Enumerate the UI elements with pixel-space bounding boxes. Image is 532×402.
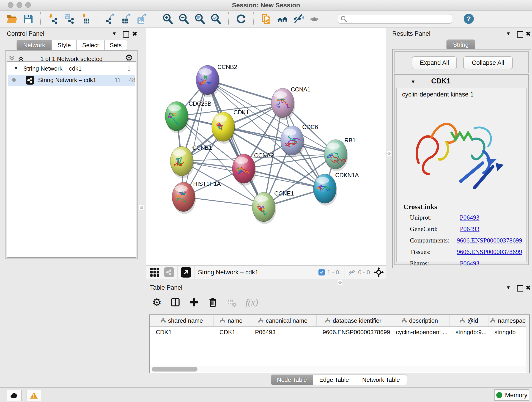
results-panel-close-button[interactable]: ✖ xyxy=(526,31,531,37)
left-splitter-handle[interactable] xyxy=(139,205,144,211)
results-panel-menu-icon[interactable]: ▼ xyxy=(506,31,511,37)
zoom-fit-button[interactable] xyxy=(193,12,206,26)
zoom-selected-button[interactable] xyxy=(209,12,222,26)
crosslink-link[interactable]: P06493 xyxy=(460,214,480,221)
tab-select[interactable]: Select xyxy=(76,40,104,51)
open-in-window-button[interactable] xyxy=(181,267,191,278)
network-node-CCNA1[interactable]: CCNA1 xyxy=(271,86,310,120)
export-image-button[interactable] xyxy=(136,12,149,26)
control-panel-menu-icon[interactable]: ▼ xyxy=(112,31,117,37)
collapse-all-button[interactable]: Collapse All xyxy=(463,56,513,69)
export-network-button[interactable] xyxy=(104,12,117,26)
network-node-HIST1H1A[interactable]: HIST1H1A xyxy=(172,180,221,214)
network-node-CCNB2[interactable]: CCNB2 xyxy=(196,64,237,97)
table-cell[interactable]: CDK1 xyxy=(150,329,214,336)
table-vertical-scrollbar[interactable] xyxy=(526,315,529,373)
delete-column-icon[interactable] xyxy=(208,297,218,307)
network-collection-row[interactable]: ▼ String Network – cdk1 1 xyxy=(7,64,136,75)
protein-expander-icon[interactable]: ▼ xyxy=(411,79,416,85)
tab-string[interactable]: String xyxy=(446,39,475,50)
column-header-namespace[interactable]: namespace xyxy=(488,315,530,326)
table-panel-close-button[interactable]: ✖ xyxy=(526,285,531,291)
column-header-shared-name[interactable]: shared name xyxy=(150,315,214,326)
expand-all-button[interactable]: Expand All xyxy=(412,56,457,69)
memory-button[interactable]: Memory xyxy=(494,389,529,401)
crosslink-link[interactable]: 9606.ENSP00000378699 xyxy=(457,248,522,255)
right-splitter-handle[interactable] xyxy=(386,151,392,156)
network-canvas[interactable]: CCNB2CCNA1CDC25BCDK1CDC6RB1CCNB1CCNA2CDK… xyxy=(146,28,386,266)
network-graph[interactable]: CCNB2CCNA1CDC25BCDK1CDC6RB1CCNB1CCNA2CDK… xyxy=(146,28,386,266)
network-node-CCNE1[interactable]: CCNE1 xyxy=(252,190,294,224)
network-row-selected[interactable]: String Network – cdk1 11 48 xyxy=(8,75,135,86)
crosslink-link[interactable]: P06493 xyxy=(460,225,480,233)
selected-node-edge-counts: 1 - 0 xyxy=(327,269,339,276)
selected-checkbox-icon[interactable] xyxy=(318,269,325,275)
crosslink-label: GeneCard: xyxy=(410,225,460,233)
control-panel-float-button[interactable] xyxy=(123,31,129,38)
network-edge[interactable] xyxy=(184,80,208,197)
cloud-status-button[interactable] xyxy=(7,390,22,401)
horizontal-splitter-handle[interactable] xyxy=(337,280,343,285)
table-cell[interactable]: stringdb:9... xyxy=(450,329,488,336)
export-table-button[interactable] xyxy=(120,12,133,26)
results-button-bar: Expand All Collapse All xyxy=(394,51,529,73)
network-edge[interactable] xyxy=(208,80,264,207)
table-horizontal-scrollbar[interactable] xyxy=(150,366,526,372)
table-cell[interactable]: cyclin-dependent ... xyxy=(390,329,450,336)
protein-detail-card: cyclin-dependent kinase 1 xyxy=(396,88,526,262)
table-panel-title: Table Panel xyxy=(150,284,182,291)
column-header-description[interactable]: description xyxy=(390,315,450,326)
birdseye-grid-button[interactable] xyxy=(150,268,159,277)
results-panel-float-button[interactable] xyxy=(517,31,523,38)
refresh-layout-button[interactable] xyxy=(234,12,247,26)
tab-edge-table[interactable]: Edge Table xyxy=(313,375,355,385)
table-row[interactable]: CDK1CDK1P064939606.ENSP00000378699cyclin… xyxy=(150,327,529,337)
clone-network-button[interactable] xyxy=(260,12,273,26)
crosslink-link[interactable]: 9606.ENSP00000378699 xyxy=(457,237,522,244)
hide-selected-button[interactable] xyxy=(292,12,305,26)
show-all-networks-button[interactable] xyxy=(276,12,289,26)
table-panel-menu-icon[interactable]: ▼ xyxy=(506,285,511,291)
help-button[interactable]: ? xyxy=(464,14,474,24)
add-column-icon[interactable] xyxy=(189,297,199,307)
zoom-in-button[interactable] xyxy=(161,12,174,26)
table-cell[interactable]: 9606.ENSP00000378699 xyxy=(317,329,390,336)
tree-expander-icon[interactable]: ▼ xyxy=(14,65,18,71)
table-cell[interactable]: stringdb xyxy=(488,329,530,336)
table-panel-float-button[interactable] xyxy=(517,285,523,292)
scrollbar-thumb[interactable] xyxy=(152,367,197,371)
pan-mode-button[interactable] xyxy=(372,266,385,279)
import-network-database-button[interactable] xyxy=(63,12,76,26)
column-header-canonical-name[interactable]: canonical name xyxy=(249,315,317,326)
zoom-out-button[interactable] xyxy=(177,12,190,26)
network-badge-button[interactable] xyxy=(164,267,174,277)
tab-style[interactable]: Style xyxy=(52,40,76,51)
search-input[interactable] xyxy=(347,15,450,22)
table-cell[interactable]: CDK1 xyxy=(214,329,249,336)
network-node-CCNB1[interactable]: CCNB1 xyxy=(170,144,212,178)
save-session-button[interactable] xyxy=(22,12,34,26)
eye-slash-icon xyxy=(293,13,304,24)
show-hidden-button[interactable] xyxy=(308,12,321,26)
network-node-count: 11 xyxy=(114,77,121,84)
network-node-CDKN1A[interactable]: CDKN1A xyxy=(313,172,359,206)
warnings-button[interactable] xyxy=(27,390,41,401)
table-settings-gear-icon[interactable]: ⚙ xyxy=(152,296,162,308)
import-table-button[interactable] xyxy=(79,12,92,26)
crosslink-link[interactable]: P06493 xyxy=(460,260,480,267)
tab-sets[interactable]: Sets xyxy=(104,40,127,51)
network-edge[interactable] xyxy=(223,127,336,154)
show-columns-icon[interactable] xyxy=(170,297,180,307)
column-header-name[interactable]: name xyxy=(214,315,249,326)
tab-network[interactable]: Network xyxy=(17,40,52,51)
network-node-CCNA2[interactable]: CCNA2 xyxy=(232,152,274,186)
column-header-database-identifier[interactable]: database identifier xyxy=(317,315,390,326)
tab-network-table[interactable]: Network Table xyxy=(355,375,407,385)
control-panel-close-button[interactable]: ✖ xyxy=(132,31,137,37)
import-network-file-button[interactable] xyxy=(47,12,60,26)
open-session-button[interactable] xyxy=(6,12,18,26)
tab-node-table[interactable]: Node Table xyxy=(271,375,313,385)
column-header--id[interactable]: @id xyxy=(450,315,488,326)
table-cell[interactable]: P06493 xyxy=(249,329,317,336)
network-node-RB1[interactable]: RB1 xyxy=(324,137,355,171)
